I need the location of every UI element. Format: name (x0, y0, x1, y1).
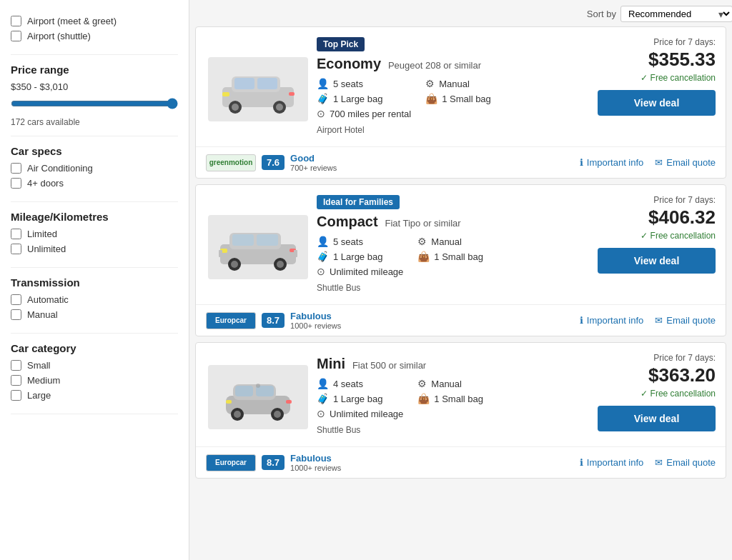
car-model-economy: Peugeot 208 or similar (388, 60, 481, 71)
view-deal-compact[interactable]: View deal (598, 248, 716, 274)
car-model-compact: Fiat Tipo or similar (385, 218, 460, 229)
supplier-logo-greenmotion: greenmotion (206, 154, 256, 171)
mileage-title: Mileage/Kilometres (11, 211, 178, 223)
checkbox-unlimited[interactable]: Unlimited (11, 244, 178, 254)
sort-select[interactable]: Recommended Price (low to high) Price (h… (620, 6, 732, 22)
free-cancel-economy: ✓ Free cancellation (640, 73, 716, 83)
price-value-economy: $355.33 (648, 49, 716, 71)
svg-rect-30 (226, 400, 232, 404)
car-model-mini: Fiat 500 or similar (352, 360, 426, 371)
svg-rect-6 (234, 78, 254, 89)
four-doors-label: 4+ doors (27, 178, 64, 189)
feature-col-right-mini: ⚙ Manual 👜 1 Small bag (417, 378, 483, 419)
important-info-label-compact: Important info (587, 315, 644, 326)
page-wrapper: Airport (meet & greet) Airport (shuttle)… (0, 0, 732, 560)
checkbox-limited[interactable]: Limited (11, 229, 178, 239)
email-quote-compact[interactable]: ✉ Email quote (655, 315, 716, 326)
bag-icon-mini: 🧳 (317, 393, 329, 404)
important-info-compact[interactable]: ℹ Important info (580, 315, 644, 326)
large-bag-compact: 🧳 1 Large bag (317, 251, 403, 262)
limited-label: Limited (27, 229, 57, 239)
checkbox-manual[interactable]: Manual (11, 309, 178, 320)
price-col-economy: Price for 7 days: $355.33 ✓ Free cancell… (583, 37, 716, 141)
email-quote-economy[interactable]: ✉ Email quote (655, 157, 716, 168)
price-col-mini: Price for 7 days: $363.20 ✓ Free cancell… (583, 353, 716, 441)
transmission-mini: ⚙ Manual (417, 378, 483, 389)
car-image-col-mini (206, 353, 310, 441)
email-quote-label-economy: Email quote (666, 157, 716, 168)
seats-label-mini: 4 seats (333, 379, 363, 389)
svg-rect-8 (222, 92, 229, 96)
car-category-section: Car category Small Medium Large (11, 334, 178, 414)
rating-mini: Europcar 8.7 Fabulous 1000+ reviews (206, 453, 341, 472)
checkbox-large[interactable]: Large (11, 390, 178, 401)
badge-top-pick: Top Pick (317, 37, 365, 51)
rating-text-mini: Fabulous 1000+ reviews (290, 453, 341, 472)
checkbox-airport-shuttle[interactable]: Airport (shuttle) (11, 31, 178, 41)
feature-col-left-mini: 👤 4 seats 🧳 1 Large bag ⊙ Unlimited mile… (317, 378, 403, 419)
email-quote-mini[interactable]: ✉ Email quote (655, 457, 716, 468)
free-cancel-compact: ✓ Free cancellation (640, 231, 716, 241)
transmission-compact: ⚙ Manual (417, 236, 483, 247)
car-card-economy: Top Pick Economy Peugeot 208 or similar … (195, 26, 726, 179)
svg-rect-17 (257, 234, 278, 246)
email-icon-mini: ✉ (655, 457, 663, 468)
email-quote-label-mini: Email quote (666, 457, 716, 468)
car-title-mini: Mini Fiat 500 or similar (317, 356, 576, 372)
speedometer-icon-compact: ⊙ (317, 266, 325, 277)
mileage-section: Mileage/Kilometres Limited Unlimited (11, 202, 178, 268)
car-card-footer-mini: Europcar 8.7 Fabulous 1000+ reviews ℹ Im… (196, 446, 726, 478)
mileage-compact: ⊙ Unlimited mileage (317, 266, 403, 277)
small-bag-economy: 👜 1 Small bag (425, 93, 491, 104)
rating-label-mini: Fabulous (290, 453, 341, 464)
car-title-compact: Compact Fiat Tipo or similar (317, 214, 576, 230)
car-category-compact: Compact (317, 214, 378, 229)
car-features-compact: 👤 5 seats 🧳 1 Large bag ⊙ Unlimited mile… (317, 236, 576, 277)
small-bag-compact: 👜 1 Small bag (417, 251, 483, 262)
checkbox-four-doors[interactable]: 4+ doors (11, 178, 178, 189)
svg-point-13 (231, 261, 238, 268)
small-bag-mini: 👜 1 Small bag (417, 393, 483, 404)
checkbox-air-conditioning[interactable]: Air Conditioning (11, 163, 178, 174)
svg-point-5 (276, 104, 283, 111)
car-image-col-compact (206, 195, 310, 299)
seats-compact: 👤 5 seats (317, 236, 403, 247)
speedometer-icon: ⊙ (317, 108, 325, 119)
price-value-compact: $406.32 (648, 206, 716, 229)
car-specs-title: Car specs (11, 145, 178, 157)
rating-text-compact: Fabulous 1000+ reviews (290, 311, 341, 330)
car-card-compact: Ideal for Families Compact Fiat Tipo or … (195, 184, 726, 336)
email-quote-label-compact: Email quote (666, 315, 716, 326)
checkbox-automatic[interactable]: Automatic (11, 294, 178, 305)
svg-point-15 (277, 261, 284, 268)
rating-reviews-compact: 1000+ reviews (290, 321, 341, 330)
important-info-economy[interactable]: ℹ Important info (580, 157, 644, 168)
view-deal-economy[interactable]: View deal (598, 90, 716, 116)
car-image-col-economy (206, 37, 310, 141)
person-icon-mini: 👤 (317, 378, 329, 389)
rating-compact: Europcar 8.7 Fabulous 1000+ reviews (206, 311, 341, 330)
svg-rect-31 (286, 400, 292, 404)
svg-point-25 (234, 411, 241, 418)
feature-col-right-compact: ⚙ Manual 👜 1 Small bag (417, 236, 483, 277)
footer-actions-compact: ℹ Important info ✉ Email quote (580, 315, 716, 326)
transmission-label-mini: Manual (431, 379, 462, 389)
view-deal-mini[interactable]: View deal (598, 406, 716, 431)
price-range-slider[interactable] (11, 98, 178, 109)
transmission-title: Transmission (11, 276, 178, 289)
unlimited-label: Unlimited (27, 244, 66, 254)
footer-actions-mini: ℹ Important info ✉ Email quote (580, 457, 716, 468)
checkbox-airport-meet[interactable]: Airport (meet & greet) (11, 16, 178, 26)
car-category-title: Car category (11, 342, 178, 354)
important-info-mini[interactable]: ℹ Important info (580, 457, 644, 468)
checkbox-small[interactable]: Small (11, 360, 178, 371)
small-label: Small (27, 360, 51, 371)
car-image-mini (208, 365, 308, 429)
gear-icon-compact: ⚙ (417, 236, 427, 247)
svg-rect-7 (257, 78, 277, 89)
price-value-mini: $363.20 (648, 364, 716, 386)
mileage-label-mini: Unlimited mileage (330, 409, 403, 419)
car-svg-mini (212, 370, 305, 424)
checkbox-medium[interactable]: Medium (11, 375, 178, 386)
badge-ideal-families: Ideal for Families (317, 195, 400, 209)
